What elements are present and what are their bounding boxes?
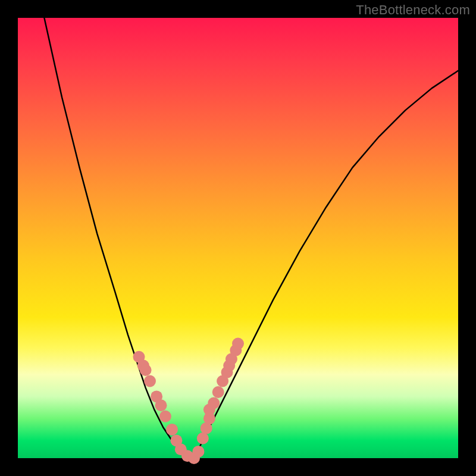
curve-dot: [208, 397, 220, 409]
chart-stage: TheBottleneck.com: [0, 0, 476, 476]
curve-dot: [192, 446, 204, 458]
curve-dot: [159, 411, 171, 422]
curve-dot: [144, 375, 156, 387]
curve-dot: [197, 433, 209, 444]
curve-dot: [212, 386, 224, 398]
curve-dots: [133, 338, 245, 464]
curve-line: [44, 18, 458, 458]
curve-path: [44, 18, 458, 458]
watermark-text: TheBottleneck.com: [356, 2, 470, 18]
curve-dot: [166, 424, 178, 436]
chart-svg: [18, 18, 458, 458]
curve-dot: [232, 338, 244, 350]
curve-dot: [155, 399, 167, 411]
plot-area: [18, 18, 458, 458]
curve-dot: [140, 364, 152, 376]
